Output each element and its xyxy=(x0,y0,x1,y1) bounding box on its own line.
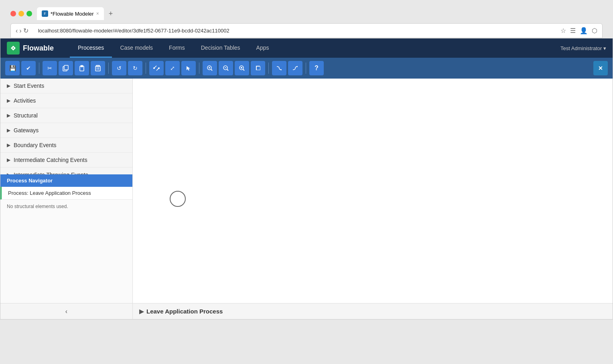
separator-4 xyxy=(199,63,199,74)
user-icon[interactable]: 👤 xyxy=(580,27,588,34)
zoom-fit-button[interactable] xyxy=(235,61,249,75)
nav-decision-tables[interactable]: Decision Tables xyxy=(193,39,248,58)
chevron-icon: ▶ xyxy=(7,113,10,118)
svg-marker-21 xyxy=(297,66,298,67)
app-logo: Flowable xyxy=(7,42,54,55)
chevron-icon: ▶ xyxy=(7,142,10,148)
bottom-bar: ‹ ▶ Leave Application Process xyxy=(0,303,613,319)
address-bar-input[interactable] xyxy=(33,26,557,35)
sidebar-item-gateways[interactable]: ▶ Gateways xyxy=(0,123,132,138)
sidebar-label-intermediate-catching: Intermediate Catching Events xyxy=(14,157,87,163)
separator-6 xyxy=(306,63,306,74)
separator-5 xyxy=(268,63,269,74)
svg-rect-3 xyxy=(81,65,83,67)
svg-rect-4 xyxy=(95,66,100,71)
sidebar-item-start-events[interactable]: ▶ Start Events xyxy=(0,79,132,93)
no-elements-text: No structural elements used. xyxy=(7,204,68,209)
sidebar: ▶ Start Events ▶ Activities ▶ Structural… xyxy=(0,79,133,303)
zoom-in-button[interactable] xyxy=(203,61,217,75)
zoom-out-button[interactable] xyxy=(219,61,233,75)
canvas-chevron-icon: ▶ xyxy=(139,307,144,315)
nav-processes[interactable]: Processes xyxy=(70,39,112,58)
svg-rect-1 xyxy=(64,65,68,70)
sidebar-items-list: ▶ Start Events ▶ Activities ▶ Structural… xyxy=(0,79,132,174)
sidebar-item-activities[interactable]: ▶ Activities xyxy=(0,93,132,108)
user-menu[interactable]: Test Administrator ▾ xyxy=(560,45,606,51)
sidebar-item-structural[interactable]: ▶ Structural xyxy=(0,108,132,123)
sidebar-item-intermediate-throwing[interactable]: ▶ Intermediate Throwing Events xyxy=(0,168,132,174)
chevron-icon: ▶ xyxy=(7,127,10,133)
sidebar-label-gateways: Gateways xyxy=(14,127,39,133)
canvas-process-title: Leave Application Process xyxy=(146,308,223,315)
process-item-label: Process: Leave Application Process xyxy=(8,190,91,196)
chevron-icon: ▶ xyxy=(7,83,10,89)
separator-2 xyxy=(108,63,109,74)
forward-button[interactable]: › xyxy=(19,27,21,34)
process-navigator-header: Process Navigator xyxy=(0,174,132,187)
expand-button[interactable]: ⤢ xyxy=(165,61,180,75)
help-button[interactable]: ? xyxy=(309,61,324,75)
sidebar-collapse-icon: ‹ xyxy=(65,308,67,315)
redo-button[interactable]: ↻ xyxy=(128,61,142,75)
logo-icon xyxy=(7,42,20,55)
svg-point-9 xyxy=(158,67,160,69)
process-navigator-item[interactable]: Process: Leave Application Process xyxy=(0,187,132,200)
chevron-icon: ▶ xyxy=(7,98,10,103)
new-tab-button[interactable]: + xyxy=(106,10,116,18)
extensions-icon[interactable]: ⬡ xyxy=(592,27,597,34)
svg-line-13 xyxy=(211,69,212,71)
copy-button[interactable] xyxy=(59,61,73,75)
connection-button[interactable] xyxy=(149,61,164,75)
sidebar-item-boundary-events[interactable]: ▶ Boundary Events xyxy=(0,138,132,153)
validate-button[interactable]: ✔ xyxy=(21,61,36,75)
canvas-area[interactable] xyxy=(133,79,613,303)
sidebar-label-start-events: Start Events xyxy=(14,83,44,89)
route2-button[interactable] xyxy=(288,61,302,75)
editor-body: ▶ Start Events ▶ Activities ▶ Structural… xyxy=(0,79,613,303)
undo-button[interactable]: ↺ xyxy=(112,61,126,75)
svg-line-16 xyxy=(227,69,228,71)
cursor-button[interactable] xyxy=(181,61,196,75)
delete-button[interactable] xyxy=(91,61,105,75)
tab-favicon: F xyxy=(42,10,48,17)
tab-title: *Flowable Modeler xyxy=(51,11,94,17)
bookmark-icon[interactable]: ☆ xyxy=(560,27,566,34)
paste-button[interactable] xyxy=(75,61,89,75)
close-editor-button[interactable]: × xyxy=(593,61,608,75)
reload-button[interactable]: ↻ xyxy=(23,27,28,34)
canvas-title-bar: ▶ Leave Application Process xyxy=(133,307,229,315)
nav-menu: Processes Case models Forms Decision Tab… xyxy=(70,39,560,58)
back-button[interactable]: ‹ xyxy=(16,27,18,34)
process-info-panel: No structural elements used. xyxy=(0,200,132,303)
logo-text: Flowable xyxy=(23,44,54,53)
svg-line-19 xyxy=(243,69,244,71)
separator-1 xyxy=(39,63,39,74)
sidebar-label-activities: Activities xyxy=(14,97,36,104)
menu-icon[interactable]: ☰ xyxy=(570,27,576,34)
close-traffic-light[interactable] xyxy=(10,11,16,16)
separator-3 xyxy=(146,63,146,74)
nav-apps[interactable]: Apps xyxy=(248,39,277,58)
sidebar-label-boundary-events: Boundary Events xyxy=(14,142,57,148)
svg-marker-20 xyxy=(281,69,282,71)
sidebar-item-intermediate-catching[interactable]: ▶ Intermediate Catching Events xyxy=(0,153,132,168)
app-navbar: Flowable Processes Case models Forms Dec… xyxy=(0,38,613,58)
route1-button[interactable] xyxy=(272,61,286,75)
editor-toolbar: 💾 ✔ ✂ ↺ ↻ ⤢ ⧠ xyxy=(0,58,613,79)
start-event-circle[interactable] xyxy=(170,191,186,207)
zoom-actual-button[interactable]: ⧠ xyxy=(251,61,265,75)
sidebar-toggle-button[interactable]: ‹ xyxy=(0,303,133,319)
process-navigator-title: Process Navigator xyxy=(7,178,53,184)
chevron-icon: ▶ xyxy=(7,157,10,163)
sidebar-label-structural: Structural xyxy=(14,112,38,119)
maximize-traffic-light[interactable] xyxy=(26,11,32,16)
svg-point-8 xyxy=(153,67,155,69)
minimize-traffic-light[interactable] xyxy=(18,11,24,16)
nav-forms[interactable]: Forms xyxy=(161,39,193,58)
save-button[interactable]: 💾 xyxy=(5,61,20,75)
browser-tab[interactable]: F *Flowable Modeler × xyxy=(37,7,104,20)
tab-close-button[interactable]: × xyxy=(96,11,99,16)
nav-case-models[interactable]: Case models xyxy=(112,39,161,58)
cut-button[interactable]: ✂ xyxy=(43,61,57,75)
svg-point-18 xyxy=(241,67,242,69)
